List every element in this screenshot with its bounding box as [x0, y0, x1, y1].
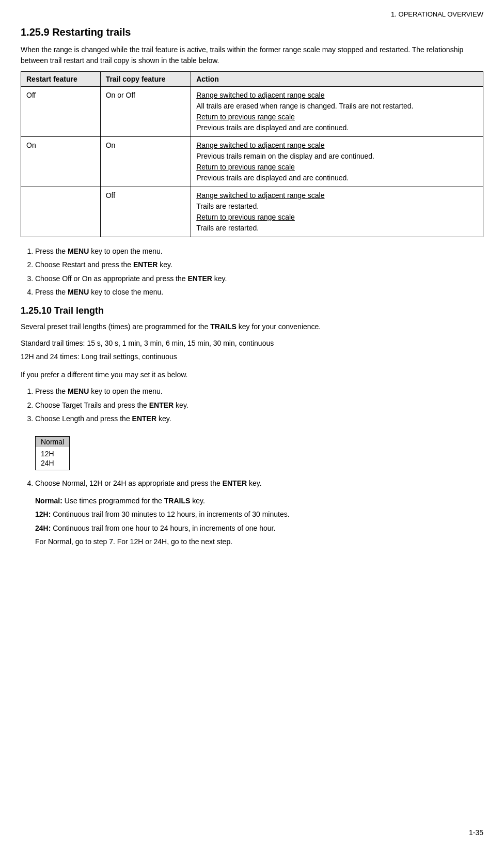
steps-1259: Press the MENU key to open the menu. Cho…	[35, 245, 483, 298]
action-text-6: Trails are restarted.	[196, 224, 259, 232]
step4-24h: 24H: Continuous trail from one hour to 2…	[35, 522, 483, 534]
action-underline-4: Return to previous range scale	[196, 163, 295, 171]
cell-action-2: Range switched to adjacent range scale P…	[191, 137, 483, 187]
step-12510-2: Choose Target Trails and press the ENTER…	[35, 399, 483, 411]
step-12510-3: Choose Length and press the ENTER key.	[35, 413, 483, 424]
step-1259-1: Press the MENU key to open the menu.	[35, 245, 483, 257]
action-text-3: Previous trails remain on the display an…	[196, 152, 374, 160]
section-12510-heading: 1.25.10 Trail length	[21, 305, 483, 316]
section-12510-para1: Several preset trail lengths (times) are…	[21, 321, 483, 332]
steps-12510-4: Choose Normal, 12H or 24H as appropriate…	[35, 478, 483, 489]
step-12510-4: Choose Normal, 12H or 24H as appropriate…	[35, 478, 483, 489]
action-text-1: All trails are erased when range is chan…	[196, 102, 413, 110]
step4-goto: For Normal, go to step 7. For 12H or 24H…	[35, 536, 483, 547]
section-1259-heading: 1.25.9 Restarting trails	[21, 26, 483, 38]
step4-12h: 12H: Continuous trail from 30 minutes to…	[35, 509, 483, 520]
step-1259-2: Choose Restart and press the ENTER key.	[35, 259, 483, 270]
dropdown-option-24h[interactable]: 24H	[41, 458, 64, 468]
action-underline-1: Range switched to adjacent range scale	[196, 91, 324, 99]
action-underline-2: Return to previous range scale	[196, 113, 295, 121]
section-12510-para3: If you prefer a different time you may s…	[21, 369, 483, 380]
action-underline-5: Range switched to adjacent range scale	[196, 191, 324, 199]
standard-times-line2: 12H and 24 times: Long trail settings, c…	[21, 351, 483, 362]
dropdown-option-12h[interactable]: 12H	[41, 449, 64, 458]
cell-restart-on: On	[21, 137, 101, 187]
page-number: 1-35	[469, 828, 483, 837]
col-action: Action	[191, 72, 483, 87]
cell-trail-copy-on: On	[100, 137, 191, 187]
cell-trail-copy-onoff: On or Off	[100, 87, 191, 137]
cell-restart-off: Off	[21, 87, 101, 137]
cell-action-3: Range switched to adjacent range scale T…	[191, 187, 483, 237]
action-text-5: Trails are restarted.	[196, 202, 259, 210]
section-12510-standard-times: Standard trail times: 15 s, 30 s, 1 min,…	[21, 337, 483, 363]
step-1259-3: Choose Off or On as appropriate and pres…	[35, 273, 483, 284]
length-dropdown[interactable]: Normal 12H 24H	[35, 436, 70, 470]
steps-12510-1to3: Press the MENU key to open the menu. Cho…	[35, 386, 483, 424]
table-row: Off On or Off Range switched to adjacent…	[21, 87, 483, 137]
dropdown-option-normal[interactable]: Normal	[36, 437, 69, 447]
action-underline-6: Return to previous range scale	[196, 213, 295, 221]
table-row: On On Range switched to adjacent range s…	[21, 137, 483, 187]
page-header: 1. OPERATIONAL OVERVIEW	[21, 10, 483, 18]
section-1259-intro: When the range is changed while the trai…	[21, 44, 483, 66]
col-restart: Restart feature	[21, 72, 101, 87]
action-underline-3: Range switched to adjacent range scale	[196, 141, 324, 149]
restart-trails-table: Restart feature Trail copy feature Actio…	[21, 71, 483, 237]
step-1259-4: Press the MENU key to close the menu.	[35, 286, 483, 298]
action-text-2: Previous trails are displayed and are co…	[196, 124, 349, 132]
action-text-4: Previous trails are displayed and are co…	[196, 174, 349, 182]
cell-action-1: Range switched to adjacent range scale A…	[191, 87, 483, 137]
standard-times-line1: Standard trail times: 15 s, 30 s, 1 min,…	[21, 337, 483, 349]
step4-normal: Normal: Use times programmed for the TRA…	[35, 495, 483, 506]
table-row: Off Range switched to adjacent range sca…	[21, 187, 483, 237]
page-header-title: 1. OPERATIONAL OVERVIEW	[391, 10, 483, 18]
step-12510-1: Press the MENU key to open the menu.	[35, 386, 483, 397]
cell-restart-empty	[21, 187, 101, 237]
cell-trail-copy-off: Off	[100, 187, 191, 237]
col-trail-copy: Trail copy feature	[100, 72, 191, 87]
